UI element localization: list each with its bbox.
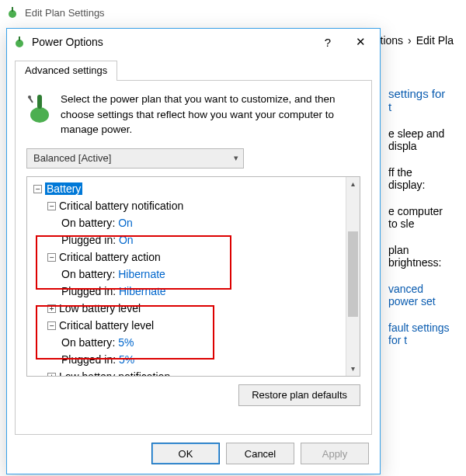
collapse-icon[interactable]: − — [33, 185, 42, 193]
power-plan-selected: Balanced [Active] — [33, 152, 111, 164]
tree-node-battery[interactable]: Battery — [45, 182, 82, 195]
setting-label: On battery — [61, 336, 118, 349]
tree-scrollbar[interactable]: ▴ ▾ — [346, 177, 360, 376]
intro-text: Select the power plan that you want to c… — [61, 92, 360, 137]
help-button[interactable]: ? — [315, 29, 341, 55]
power-plan-icon — [26, 92, 53, 124]
setting-label: On battery — [61, 217, 118, 229]
restore-defaults-button[interactable]: Restore plan defaults — [238, 384, 360, 406]
setting-label: Plugged in — [61, 353, 119, 366]
breadcrumb-item[interactable]: Edit Pla — [416, 34, 454, 47]
svg-rect-5 — [37, 95, 42, 109]
svg-point-6 — [28, 96, 31, 99]
expand-icon[interactable]: + — [47, 373, 56, 376]
tree-node-critical-notification[interactable]: Critical battery notification — [59, 200, 183, 212]
svg-rect-3 — [19, 36, 20, 41]
dialog-footer: OK Cancel Apply — [7, 435, 380, 474]
setting-value[interactable]: Hibernate — [119, 285, 166, 297]
setting-value[interactable]: 5% — [118, 336, 134, 349]
ok-button[interactable]: OK — [151, 443, 220, 464]
row-brightness: plan brightness: — [388, 244, 450, 269]
tabstrip: Advanced settings — [15, 60, 372, 80]
parent-heading: settings for t — [388, 87, 450, 113]
tab-page: Select the power plan that you want to c… — [15, 80, 372, 435]
scroll-up-icon[interactable]: ▴ — [346, 177, 360, 191]
cancel-button[interactable]: Cancel — [226, 443, 294, 464]
expand-icon[interactable]: + — [47, 304, 56, 313]
parent-subline: e sleep and displa — [388, 127, 450, 152]
power-options-icon — [13, 36, 26, 48]
row-turn-off-display: ff the display: — [388, 166, 450, 191]
power-options-icon — [6, 6, 19, 19]
scroll-down-icon[interactable]: ▾ — [346, 362, 360, 376]
dialog-title: Power Options — [32, 36, 103, 48]
apply-button[interactable]: Apply — [301, 443, 369, 464]
parent-titlebar: Edit Plan Settings — [0, 0, 466, 25]
setting-value[interactable]: Hibernate — [118, 268, 165, 280]
tab-advanced-settings[interactable]: Advanced settings — [15, 61, 117, 81]
tree-node-critical-action[interactable]: Critical battery action — [59, 251, 161, 263]
dialog-titlebar[interactable]: Power Options ? ✕ — [7, 29, 380, 55]
link-advanced-power[interactable]: vanced power set — [388, 283, 450, 307]
power-options-dialog: Power Options ? ✕ Advanced settings Sele… — [6, 28, 381, 474]
setting-value[interactable]: On — [119, 234, 134, 246]
setting-value[interactable]: 5% — [119, 353, 134, 366]
svg-point-4 — [30, 107, 49, 123]
setting-label: Plugged in — [61, 234, 119, 246]
setting-label: On battery — [61, 268, 118, 280]
collapse-icon[interactable]: − — [47, 321, 56, 330]
setting-label: Plugged in — [61, 285, 119, 297]
row-sleep: e computer to sle — [388, 205, 450, 230]
settings-tree-container: −Battery −Critical battery notification … — [26, 176, 360, 377]
breadcrumb[interactable]: ptions › Edit Pla — [374, 34, 454, 47]
scroll-thumb[interactable] — [348, 231, 358, 317]
collapse-icon[interactable]: − — [47, 253, 56, 262]
power-plan-combo[interactable]: Balanced [Active] ▾ — [26, 148, 244, 169]
settings-tree[interactable]: −Battery −Critical battery notification … — [27, 177, 346, 376]
tree-node-low-level[interactable]: Low battery level — [59, 302, 141, 314]
close-button[interactable]: ✕ — [347, 29, 374, 55]
collapse-icon[interactable]: − — [47, 202, 56, 210]
intro-row: Select the power plan that you want to c… — [26, 92, 360, 137]
setting-value[interactable]: On — [118, 217, 133, 229]
tree-node-critical-level[interactable]: Critical battery level — [59, 319, 154, 332]
parent-window-title: Edit Plan Settings — [25, 7, 105, 19]
svg-rect-1 — [12, 7, 13, 12]
tree-node-low-notification[interactable]: Low battery notification — [59, 370, 170, 376]
chevron-down-icon: ▾ — [234, 153, 238, 163]
link-restore-defaults[interactable]: fault settings for t — [388, 321, 450, 346]
chevron-right-icon: › — [408, 34, 412, 47]
